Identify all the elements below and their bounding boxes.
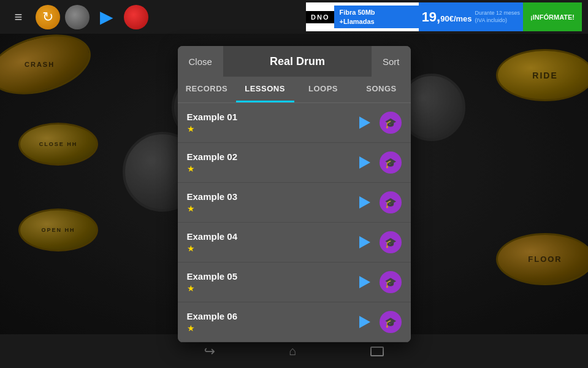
modal-dialog: Close Real Drum Sort RECORDS LESSONS LOO…	[178, 46, 411, 342]
menu-button[interactable]: ≡	[6, 5, 31, 29]
graduation-icon: 🎓	[384, 197, 397, 209]
menu-icon: ≡	[15, 9, 23, 25]
graduation-icon: 🎓	[384, 117, 397, 129]
play-triangle-icon	[359, 316, 370, 328]
list-item: Example 05 ★ 🎓	[178, 263, 411, 302]
list-item: Example 04 ★ 🎓	[178, 223, 411, 263]
ad-price-detail: Durante 12 meses(IVA incluido)	[475, 10, 524, 24]
list-item-star: ★	[187, 283, 354, 293]
tab-lessons[interactable]: LESSONS	[236, 77, 294, 102]
list-item: Example 03 ★ 🎓	[178, 183, 411, 223]
graduation-icon: 🎓	[384, 316, 397, 328]
refresh-icon: ↻	[42, 9, 53, 25]
list-item-info: Example 01 ★	[187, 112, 354, 134]
recents-button[interactable]	[370, 347, 384, 356]
modal-header: Close Real Drum Sort	[178, 46, 411, 77]
list-item-title: Example 05	[187, 271, 354, 282]
list-item-star: ★	[187, 124, 354, 134]
play-triangle-icon	[359, 276, 370, 288]
tab-loops[interactable]: LOOPS	[294, 77, 353, 102]
play-item-button[interactable]	[354, 311, 376, 333]
lesson-button[interactable]: 🎓	[380, 231, 402, 253]
list-item-info: Example 06 ★	[187, 311, 354, 333]
list-item-actions: 🎓	[354, 231, 402, 253]
ad-line1: Fibra 50Mb	[339, 8, 413, 17]
back-button[interactable]: ↩	[204, 343, 215, 359]
ad-cta-button[interactable]: ¡INFÓRMATE!	[523, 2, 582, 31]
list-item-star: ★	[187, 164, 354, 174]
play-icon: ▶	[100, 7, 113, 27]
play-triangle-icon	[359, 196, 370, 209]
top-toolbar: ≡ ↻ ▶ DNO Fibra 50Mb +Llamadas 19,90€/me…	[0, 0, 588, 34]
list-item-star: ★	[187, 243, 354, 253]
play-triangle-icon	[359, 236, 370, 248]
play-button[interactable]: ▶	[94, 5, 119, 29]
list-item-title: Example 02	[187, 151, 354, 162]
list-item-title: Example 04	[187, 231, 354, 242]
lesson-button[interactable]: 🎓	[380, 271, 402, 293]
list-item-actions: 🎓	[354, 191, 402, 213]
graduation-icon: 🎓	[384, 157, 397, 169]
play-item-button[interactable]	[354, 191, 376, 213]
list-item-title: Example 03	[187, 191, 354, 202]
list-item-star: ★	[187, 204, 354, 213]
modal-tabs: RECORDS LESSONS LOOPS SONGS	[178, 77, 411, 103]
graduation-icon: 🎓	[384, 277, 397, 288]
play-item-button[interactable]	[354, 271, 376, 293]
play-item-button[interactable]	[354, 112, 376, 134]
stop-button[interactable]	[124, 5, 148, 29]
lesson-button[interactable]: 🎓	[380, 151, 402, 174]
list-item-title: Example 06	[187, 311, 354, 321]
list-item-info: Example 02 ★	[187, 151, 354, 174]
tab-songs[interactable]: SONGS	[353, 77, 411, 102]
list-item: Example 06 ★ 🎓	[178, 302, 411, 342]
refresh-button[interactable]: ↻	[36, 5, 60, 29]
ad-text: Fibra 50Mb +Llamadas	[334, 6, 418, 28]
lesson-button[interactable]: 🎓	[380, 311, 402, 333]
list-item-info: Example 03 ★	[187, 191, 354, 213]
tab-records[interactable]: RECORDS	[178, 77, 236, 102]
list-item-actions: 🎓	[354, 112, 402, 134]
list-item-info: Example 04 ★	[187, 231, 354, 253]
ad-logo: DNO	[306, 11, 334, 23]
play-item-button[interactable]	[354, 151, 376, 174]
list-item-actions: 🎓	[354, 311, 402, 333]
list-item-actions: 🎓	[354, 151, 402, 174]
play-triangle-icon	[359, 117, 370, 129]
list-item-title: Example 01	[187, 112, 354, 122]
record-button[interactable]	[65, 5, 90, 29]
modal-sort-button[interactable]: Sort	[372, 46, 411, 77]
modal-overlay: Close Real Drum Sort RECORDS LESSONS LOO…	[0, 34, 588, 334]
modal-title: Real Drum	[223, 55, 372, 68]
home-button[interactable]: ⌂	[289, 344, 296, 358]
modal-close-button[interactable]: Close	[178, 46, 223, 77]
ad-banner: DNO Fibra 50Mb +Llamadas 19,90€/mes Dura…	[306, 2, 582, 31]
modal-list: Example 01 ★ 🎓 Example 02 ★ 🎓 Example	[178, 103, 411, 342]
list-item: Example 02 ★ 🎓	[178, 143, 411, 183]
ad-price: 19,90€/mes	[419, 9, 475, 25]
list-item: Example 01 ★ 🎓	[178, 103, 411, 143]
ad-line2: +Llamadas	[339, 17, 413, 26]
lesson-button[interactable]: 🎓	[380, 112, 402, 134]
graduation-icon: 🎓	[384, 237, 397, 248]
list-item-actions: 🎓	[354, 271, 402, 293]
lesson-button[interactable]: 🎓	[380, 191, 402, 213]
play-item-button[interactable]	[354, 231, 376, 253]
play-triangle-icon	[359, 156, 370, 169]
list-item-info: Example 05 ★	[187, 271, 354, 293]
list-item-star: ★	[187, 323, 354, 333]
